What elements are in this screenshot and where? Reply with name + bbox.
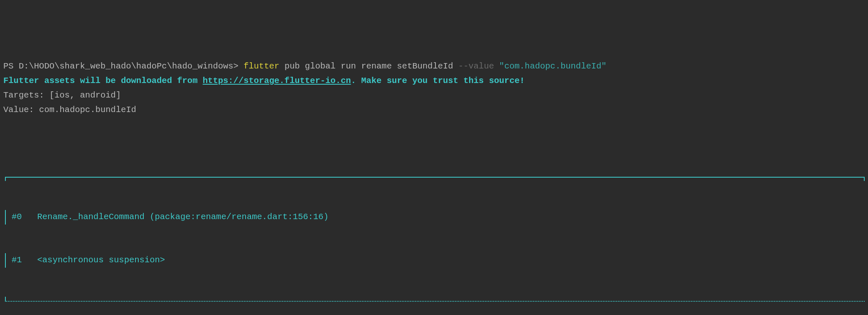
stack-trace-line: #1 <asynchronous suspension>	[5, 253, 865, 268]
box-border-top	[5, 177, 865, 181]
value-line: Value: com.hadopc.bundleId	[3, 105, 136, 115]
targets-line: Targets: [ios, android]	[3, 90, 121, 100]
stack-trace-line: #0 Rename._handleCommand (package:rename…	[5, 210, 865, 225]
command-args: pub global run rename setBundleId	[279, 61, 458, 71]
terminal-output[interactable]: PS D:\HODO\shark_web_hado\hadoPc\hado_wi…	[3, 59, 865, 117]
prompt-path: PS D:\HODO\shark_web_hado\hadoPc\hado_wi…	[3, 61, 243, 71]
download-message-pre: Flutter assets will be downloaded from	[3, 76, 203, 85]
command-executable: flutter	[243, 61, 279, 71]
command-flag: --value	[458, 61, 499, 71]
download-message-post: . Make sure you trust this source!	[351, 76, 525, 85]
download-url-link[interactable]: https://storage.flutter-io.cn	[203, 76, 351, 85]
command-value: "com.hadopc.bundleId"	[499, 61, 606, 71]
box-divider	[5, 297, 865, 302]
output-box-ios: #0 Rename._handleCommand (package:rename…	[3, 148, 865, 315]
